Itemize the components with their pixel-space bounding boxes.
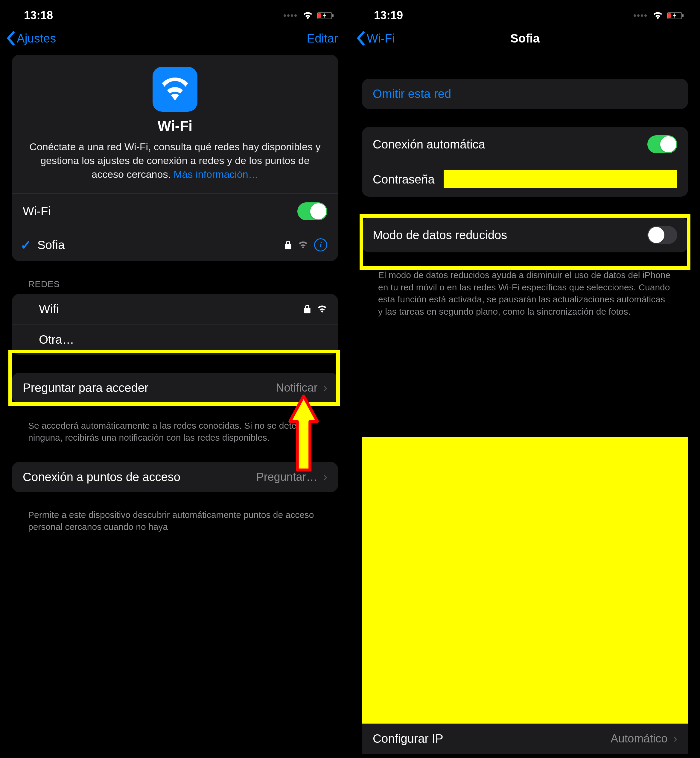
cellular-dots-icon [634,14,647,17]
wifi-description: Conéctate a una red Wi-Fi, consulta qué … [27,140,323,182]
info-button[interactable]: i [314,238,327,252]
wifi-signal-icon [298,241,308,249]
network-name: Wifi [39,302,59,316]
svg-rect-5 [668,13,671,18]
lock-icon [303,304,311,314]
ask-join-card: Preguntar para acceder Notificar › [12,373,338,403]
configure-ip-value: Automático [611,732,667,745]
hotspot-note: Permite a este dispositivo descubrir aut… [12,504,338,542]
nav-title: Sofia [350,32,700,45]
battery-icon [667,11,685,20]
forget-network-card: Omitir esta red [362,79,688,109]
svg-rect-1 [332,14,334,17]
forget-network-button[interactable]: Omitir esta red [362,79,688,109]
hotspot-row[interactable]: Conexión a puntos de acceso Preguntar… › [12,462,338,492]
networks-header: REDES [12,273,338,294]
wifi-icon [653,12,663,19]
status-icons [284,11,335,20]
connected-network-row[interactable]: ✓ Sofia i [12,229,338,261]
status-time: 13:19 [374,9,403,22]
ask-join-value: Notificar [276,381,317,394]
cellular-dots-icon [284,14,297,17]
connected-network-name: Sofia [38,238,65,252]
low-data-toggle[interactable] [647,226,677,244]
configure-ip-label: Configurar IP [373,732,443,745]
wifi-section-title: Wi-Fi [27,117,323,134]
forget-network-label: Omitir esta red [373,87,451,100]
checkmark-icon: ✓ [20,237,31,253]
nav-bar: Wi-Fi Sofia [350,25,700,55]
wifi-icon [303,12,313,19]
chevron-right-icon: › [673,732,677,745]
low-data-row: Modo de datos reducidos [362,218,688,252]
other-network-label: Otra… [39,333,74,346]
wifi-signal-icon [317,305,327,313]
wifi-large-icon [153,67,197,112]
svg-rect-4 [682,14,684,17]
low-data-card: Modo de datos reducidos [362,218,688,252]
back-label: Ajustes [17,32,56,45]
low-data-note: El modo de datos reducidos ayuda a dismi… [362,264,688,327]
chevron-right-icon: › [323,471,327,484]
wifi-main-card: Wi-Fi Conéctate a una red Wi-Fi, consult… [12,55,338,261]
left-pane: 13:18 Ajustes Editar Wi-Fi [0,0,350,758]
ask-join-label: Preguntar para acceder [23,381,148,395]
more-info-link[interactable]: Más información… [173,169,258,180]
password-masked-value [444,170,677,188]
edit-button[interactable]: Editar [307,32,338,45]
auto-join-toggle[interactable] [647,135,677,153]
networks-card: Wifi Otra… [12,294,338,355]
status-bar: 13:18 [0,0,350,25]
status-icons [634,11,685,20]
password-row[interactable]: Contraseña [362,162,688,197]
hotspot-label: Conexión a puntos de acceso [23,470,180,484]
chevron-right-icon: › [323,381,327,394]
auto-join-row: Conexión automática [362,127,688,162]
status-time: 13:18 [24,9,53,22]
wifi-toggle-row: Wi-Fi [12,194,338,229]
lock-icon [284,240,292,250]
redaction-block [362,437,688,729]
configure-ip-row[interactable]: Configurar IP Automático › [362,724,688,754]
connection-card: Conexión automática Contraseña [362,127,688,197]
ip-card: Configurar IP Automático › [362,724,688,754]
nav-bar: Ajustes Editar [0,25,350,55]
wifi-toggle-label: Wi-Fi [23,204,50,218]
password-label: Contraseña [373,173,434,186]
ask-join-note: Se accederá automáticamente a las redes … [12,415,338,453]
other-network-row[interactable]: Otra… [12,324,338,355]
right-pane: 13:19 Wi-Fi Sofia Omitir esta red [350,0,700,758]
svg-rect-2 [318,13,321,18]
wifi-toggle[interactable] [297,202,327,220]
hotspot-value: Preguntar… [256,471,317,484]
auto-join-label: Conexión automática [373,138,485,151]
ask-join-row[interactable]: Preguntar para acceder Notificar › [12,373,338,403]
status-bar: 13:19 [350,0,700,25]
back-button[interactable]: Ajustes [6,31,56,46]
low-data-label: Modo de datos reducidos [373,229,507,242]
hotspot-card: Conexión a puntos de acceso Preguntar… › [12,462,338,492]
battery-icon [317,11,335,20]
network-row[interactable]: Wifi [12,294,338,324]
